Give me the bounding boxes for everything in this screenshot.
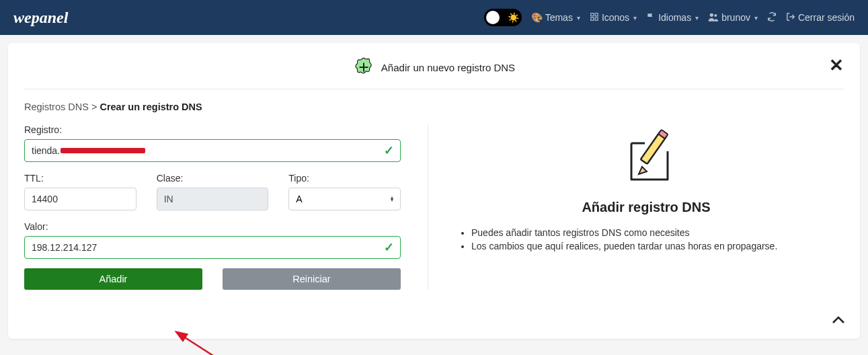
card-header: Añadir un nuevo registro DNS ✕ bbox=[24, 56, 844, 89]
edit-note-icon bbox=[613, 124, 680, 194]
valor-label: Valor: bbox=[24, 221, 401, 232]
flag-icon bbox=[646, 12, 656, 24]
svg-line-11 bbox=[183, 336, 232, 355]
topbar-nav: ☀️ 🎨 Temas Iconos Idiomas brunov bbox=[484, 9, 855, 26]
tipo-label: Tipo: bbox=[288, 173, 401, 184]
theme-toggle[interactable]: ☀️ bbox=[484, 9, 522, 26]
info-bullet: Puedes añadir tantos registros DNS como … bbox=[471, 227, 844, 238]
nav-languages-label: Idiomas bbox=[658, 12, 691, 23]
ttl-label: TTL: bbox=[24, 173, 136, 184]
info-list: Puedes añadir tantos registros DNS como … bbox=[448, 227, 844, 251]
info-column: Añadir registro DNS Puedes añadir tantos… bbox=[428, 124, 844, 290]
nav-logout-label: Cerrar sesión bbox=[798, 12, 855, 23]
form-column: Registro: tienda. ✓ TTL: Clase: bbox=[24, 124, 401, 290]
redacted-domain bbox=[61, 148, 145, 153]
svg-marker-9 bbox=[639, 167, 647, 174]
nav-languages[interactable]: Idiomas bbox=[646, 12, 699, 24]
nav-user[interactable]: brunov bbox=[708, 12, 758, 24]
svg-rect-3 bbox=[595, 17, 598, 20]
breadcrumb-sep: > bbox=[91, 102, 97, 112]
ttl-input[interactable] bbox=[24, 188, 136, 210]
logout-icon bbox=[786, 12, 795, 24]
nav-icons-label: Iconos bbox=[602, 12, 629, 23]
reset-button[interactable]: Reiniciar bbox=[223, 268, 401, 290]
toggle-knob bbox=[486, 11, 500, 24]
breadcrumb: Registros DNS > Crear un registro DNS bbox=[24, 102, 844, 112]
add-button[interactable]: Añadir bbox=[24, 268, 202, 290]
nav-logout[interactable]: Cerrar sesión bbox=[786, 12, 855, 24]
select-caret-icon bbox=[391, 196, 393, 202]
breadcrumb-current: Crear un registro DNS bbox=[100, 102, 202, 112]
palette-icon: 🎨 bbox=[531, 12, 543, 23]
topbar: wepanel ☀️ 🎨 Temas Iconos Idiomas br bbox=[0, 0, 868, 35]
plus-badge-icon bbox=[353, 56, 374, 78]
clase-label: Clase: bbox=[157, 173, 269, 184]
check-icon: ✓ bbox=[384, 240, 394, 255]
valor-input[interactable] bbox=[24, 236, 401, 259]
svg-point-5 bbox=[714, 14, 717, 17]
sun-icon: ☀️ bbox=[508, 12, 519, 23]
registro-value-prefix: tienda. bbox=[32, 145, 60, 156]
breadcrumb-root[interactable]: Registros DNS bbox=[24, 102, 89, 112]
tipo-select[interactable]: A bbox=[288, 188, 401, 210]
grid-icon bbox=[590, 12, 599, 24]
refresh-icon bbox=[767, 12, 777, 24]
nav-user-label: brunov bbox=[721, 12, 750, 23]
svg-rect-1 bbox=[595, 13, 598, 15]
nav-themes[interactable]: 🎨 Temas bbox=[531, 12, 580, 23]
check-icon: ✓ bbox=[384, 143, 394, 158]
nav-refresh[interactable] bbox=[767, 12, 777, 24]
svg-rect-0 bbox=[591, 13, 594, 15]
registro-input[interactable]: tienda. bbox=[24, 139, 401, 162]
svg-rect-2 bbox=[591, 17, 594, 20]
registro-label: Registro: bbox=[24, 124, 401, 135]
tipo-value: A bbox=[296, 194, 302, 204]
close-icon[interactable]: ✕ bbox=[829, 56, 844, 74]
logo: wepanel bbox=[13, 9, 68, 27]
card: Añadir un nuevo registro DNS ✕ Registros… bbox=[8, 43, 860, 339]
users-icon bbox=[708, 12, 719, 24]
annotation-arrow-icon bbox=[175, 331, 235, 355]
card-title: Añadir un nuevo registro DNS bbox=[381, 62, 515, 73]
nav-themes-label: Temas bbox=[545, 12, 573, 23]
svg-point-4 bbox=[710, 13, 713, 16]
nav-icons[interactable]: Iconos bbox=[590, 12, 637, 24]
clase-input bbox=[157, 188, 269, 210]
info-bullet: Los cambios que aquí realices, pueden ta… bbox=[471, 241, 844, 251]
chevron-up-icon[interactable] bbox=[832, 313, 845, 328]
info-title: Añadir registro DNS bbox=[582, 200, 710, 215]
